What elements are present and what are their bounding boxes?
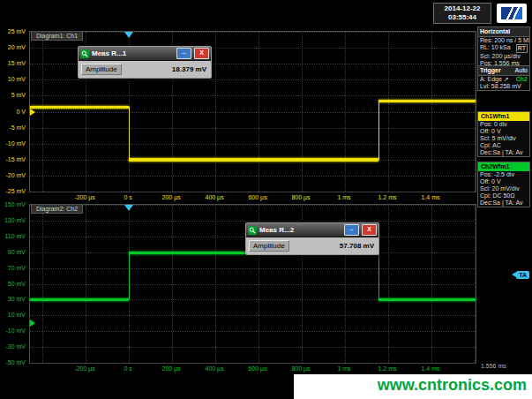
x-axis-tick-label: -200 µs <box>74 365 95 372</box>
trigger-source-row: A: Edge ↗ Ch2 <box>478 76 529 83</box>
measurement-popup-2-titlebar[interactable]: Meas R...2 – X <box>246 223 378 237</box>
x-axis-tick-label: 0 s <box>124 365 131 372</box>
horizontal-panel-header: Horizontal <box>478 27 529 37</box>
y-axis-tick-label: 10 mV <box>8 312 26 318</box>
ch1-position-value: Pos: 0 div <box>480 121 507 128</box>
ch2-offset-row: Off: 0 V <box>478 178 529 185</box>
trigger-panel-header: Trigger Auto <box>478 66 529 76</box>
ch2-waveform-tab[interactable]: Ch2Wfm1 <box>478 162 529 171</box>
x-axis-tick-label: 200 µs <box>162 365 181 372</box>
trigger-source-channel: Ch2 <box>516 76 528 83</box>
grid-line-horizontal <box>30 347 476 348</box>
grid-line-horizontal <box>30 221 476 222</box>
measurement-magnifier-icon <box>80 49 89 58</box>
oscilloscope-screen: 2014-12-22 03:55:44 25 mV20 mV15 mV10 mV… <box>0 0 532 399</box>
x-axis-tick-label: 400 µs <box>205 194 223 200</box>
grid-line-horizontal <box>30 32 476 33</box>
x-axis-tick-label: 600 µs <box>248 194 266 200</box>
channel-offset-marker-icon[interactable] <box>30 320 35 327</box>
ch2-scale-row: Scl: 20 mV/div <box>478 185 529 192</box>
ch1-position-row: Pos: 0 div <box>478 121 529 128</box>
trigger-level-value: Lvl: 58.258 mV <box>480 83 521 90</box>
diagram1-x-axis-labels: -200 µs0 s200 µs400 µs600 µs800 µs1 ms1.… <box>29 193 476 203</box>
grid-line-vertical <box>172 205 173 363</box>
y-axis-tick-label: 150 mV <box>4 201 26 207</box>
trace-edge <box>129 253 130 300</box>
x-axis-tick-label: -200 µs <box>74 194 95 200</box>
ch2-coupling-value: Cpl: DC 50Ω <box>480 192 514 200</box>
trigger-level-row: Lvl: 58.258 mV <box>478 83 529 90</box>
trace-edge <box>378 253 379 300</box>
grid-line-horizontal <box>30 363 476 364</box>
horizontal-resolution-row: Res: 200 ns / 5 MSa/s <box>478 37 529 44</box>
measurement-magnifier-icon <box>248 226 257 235</box>
horizontal-settings-panel[interactable]: Horizontal Res: 200 ns / 5 MSa/s RL: 10 … <box>477 26 530 68</box>
ch1-waveform-tab[interactable]: Ch1Wfm1 <box>478 112 529 121</box>
diagram2-x-axis-labels: -200 µs0 s200 µs400 µs600 µs800 µs1 ms1.… <box>29 365 476 374</box>
y-axis-tick-label: 70 mV <box>8 264 26 270</box>
close-button[interactable]: X <box>194 48 209 59</box>
y-axis-tick-label: -25 mV <box>5 188 26 194</box>
trigger-level-marker[interactable]: TA <box>516 271 529 279</box>
trigger-source-value: A: Edge ↗ <box>480 76 509 83</box>
y-axis-tick-label: 0 V <box>16 108 26 114</box>
y-axis-tick-label: 25 mV <box>8 28 26 34</box>
ch2-decimation-row: Dec:Sa | TA: Av <box>478 200 529 207</box>
x-axis-tick-label: 1.4 ms <box>421 194 439 200</box>
y-axis-tick-label: 90 mV <box>8 248 26 254</box>
ch1-decimation-row: Dec:Sa | TA: Av <box>478 149 529 156</box>
x-axis-tick-label: 800 µs <box>291 194 310 200</box>
channel-offset-marker-icon[interactable] <box>30 109 35 116</box>
ch2-waveform-panel[interactable]: Ch2Wfm1 Pos: -2.5 div Off: 0 V Scl: 20 m… <box>477 162 530 207</box>
ch1-coupling-row: Cpl: AC <box>478 142 529 149</box>
measurement-name-chip[interactable]: Amplitude <box>249 240 289 252</box>
grid-line-horizontal <box>30 192 476 192</box>
grid-line-vertical <box>86 205 86 363</box>
measurement-popup-1-titlebar[interactable]: Meas R...1 – X <box>79 47 211 61</box>
close-button[interactable]: X <box>362 224 377 236</box>
measurement-popup-1-body: Amplitude 18.379 mV <box>79 61 211 78</box>
grid-line-vertical <box>345 32 346 192</box>
minimize-button[interactable]: – <box>176 48 191 59</box>
x-axis-tick-label: 400 µs <box>205 365 223 372</box>
trace-segment <box>129 158 378 162</box>
x-axis-tick-label: 1.2 ms <box>378 365 397 372</box>
ch1-offset-value: Off: 0 V <box>480 128 501 135</box>
ch2-offset-value: Off: 0 V <box>480 178 501 185</box>
rohde-schwarz-logo-mark <box>501 7 522 19</box>
trigger-position-marker-icon[interactable] <box>124 205 133 211</box>
y-axis-tick-label: -30 mV <box>5 343 26 350</box>
rohde-schwarz-logo-icon <box>497 4 527 23</box>
grid-line-vertical <box>259 32 259 192</box>
measurement-value: 57.708 mV <box>293 242 376 250</box>
x-axis-tick-label: 1 ms <box>337 365 350 372</box>
grid-line-vertical <box>42 32 43 192</box>
trigger-position-marker-icon[interactable] <box>124 32 133 38</box>
x-axis-tick-label: 1.4 ms <box>421 365 439 372</box>
ch1-scale-row: Scl: 5 mV/div <box>478 135 529 142</box>
datetime-display: 2014-12-22 03:55:44 <box>433 3 491 24</box>
ch1-decimation-value: Dec:Sa | TA: Av <box>480 149 523 156</box>
grid-line-horizontal <box>30 268 476 269</box>
x-axis-tick-label: 1.2 ms <box>378 194 397 200</box>
minimize-button[interactable]: – <box>344 224 359 236</box>
grid-line-horizontal <box>30 176 476 177</box>
realtime-badge: RT <box>516 44 528 53</box>
measurement-value: 18.379 mV <box>125 65 208 73</box>
trace-segment <box>30 298 129 301</box>
diagram1-tab[interactable]: Diagram1: Ch1 <box>31 32 83 41</box>
x-axis-tick-label: 600 µs <box>248 365 266 372</box>
ch1-scale-value: Scl: 5 mV/div <box>480 135 516 142</box>
grid-line-vertical <box>388 32 389 192</box>
grid-line-horizontal <box>30 315 476 316</box>
trace-edge <box>129 107 130 160</box>
y-axis-tick-label: 110 mV <box>4 232 26 238</box>
ch1-waveform-panel[interactable]: Ch1Wfm1 Pos: 0 div Off: 0 V Scl: 5 mV/di… <box>477 111 530 157</box>
y-axis-tick-label: -50 mV <box>5 359 26 365</box>
measurement-name-chip[interactable]: Amplitude <box>81 64 122 75</box>
trigger-settings-panel[interactable]: Trigger Auto A: Edge ↗ Ch2 Lvl: 58.258 m… <box>477 65 530 91</box>
grid-line-horizontal <box>30 331 476 332</box>
measurement-popup-1: Meas R...1 – X Amplitude 18.379 mV <box>78 46 212 79</box>
trace-segment <box>378 100 476 102</box>
diagram2-tab[interactable]: Diagram2: Ch2 <box>31 205 83 214</box>
